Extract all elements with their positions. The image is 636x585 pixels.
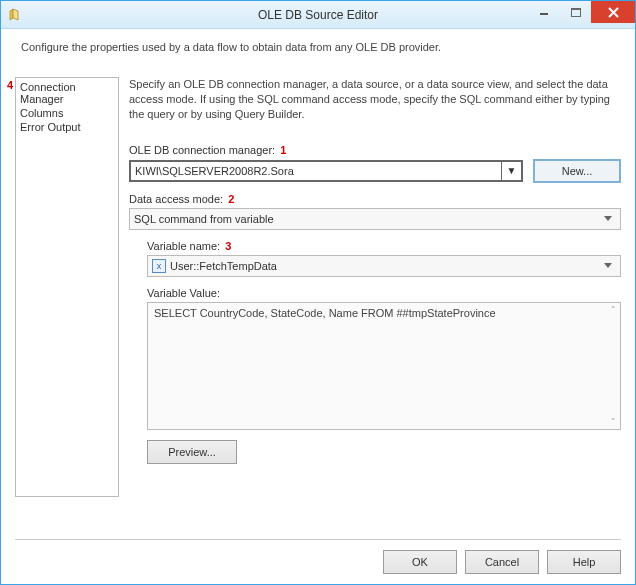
content-area: Configure the properties used by a data … bbox=[1, 29, 635, 584]
window-buttons bbox=[527, 1, 635, 28]
access-mode-value: SQL command from variable bbox=[134, 213, 274, 225]
preview-button[interactable]: Preview... bbox=[147, 440, 237, 464]
annotation-2: 2 bbox=[228, 193, 234, 205]
chevron-down-icon: ▼ bbox=[501, 162, 521, 180]
close-button[interactable] bbox=[591, 1, 635, 23]
new-button-label: New... bbox=[562, 165, 593, 177]
dialog-footer: OK Cancel Help bbox=[15, 539, 621, 574]
ok-label: OK bbox=[412, 556, 428, 568]
connection-value: KIWI\SQLSERVER2008R2.Sora bbox=[135, 165, 294, 177]
window-frame: OLE DB Source Editor Configure the prope… bbox=[0, 0, 636, 585]
variable-name-value: User::FetchTempData bbox=[170, 260, 277, 272]
variable-name-label-text: Variable name: bbox=[147, 240, 220, 252]
variable-value-text: SELECT CountryCode, StateCode, Name FROM… bbox=[154, 307, 496, 319]
variable-name-label: Variable name: 3 bbox=[147, 240, 621, 252]
minimize-button[interactable] bbox=[527, 1, 561, 23]
annotation-4: 4 bbox=[7, 79, 13, 91]
variable-group: Variable name: 3 x User::FetchTempData bbox=[129, 240, 621, 464]
access-mode-label-text: Data access mode: bbox=[129, 193, 223, 205]
new-connection-button[interactable]: New... bbox=[533, 159, 621, 183]
intro-text: Configure the properties used by a data … bbox=[15, 39, 621, 77]
variable-name-row: Variable name: 3 x User::FetchTempData bbox=[147, 240, 621, 277]
app-icon bbox=[7, 7, 23, 23]
page-list[interactable]: Connection Manager Columns Error Output bbox=[15, 77, 119, 497]
connection-row: OLE DB connection manager: 1 KIWI\SQLSER… bbox=[129, 144, 621, 183]
variable-icon: x bbox=[152, 259, 166, 273]
access-mode-label: Data access mode: 2 bbox=[129, 193, 621, 205]
panel-description: Specify an OLE DB connection manager, a … bbox=[129, 77, 621, 122]
variable-value-label: Variable Value: bbox=[147, 287, 621, 299]
chevron-down-icon bbox=[600, 211, 616, 227]
page-connection-manager[interactable]: Connection Manager bbox=[18, 80, 116, 106]
scroll-down-icon[interactable]: ˅ bbox=[611, 417, 616, 427]
panel: Specify an OLE DB connection manager, a … bbox=[129, 77, 621, 535]
help-button[interactable]: Help bbox=[547, 550, 621, 574]
titlebar[interactable]: OLE DB Source Editor bbox=[1, 1, 635, 29]
help-label: Help bbox=[573, 556, 596, 568]
cancel-label: Cancel bbox=[485, 556, 519, 568]
maximize-button[interactable] bbox=[561, 1, 591, 23]
access-mode-row: Data access mode: 2 SQL command from var… bbox=[129, 193, 621, 230]
preview-button-label: Preview... bbox=[168, 446, 216, 458]
main-row: 4 Connection Manager Columns Error Outpu… bbox=[15, 77, 621, 535]
connection-dropdown[interactable]: KIWI\SQLSERVER2008R2.Sora ▼ bbox=[129, 160, 523, 182]
annotation-3: 3 bbox=[225, 240, 231, 252]
chevron-down-icon bbox=[600, 258, 616, 274]
scroll-up-icon[interactable]: ˄ bbox=[611, 305, 616, 315]
variable-value-row: Variable Value: SELECT CountryCode, Stat… bbox=[147, 287, 621, 430]
variable-name-dropdown[interactable]: x User::FetchTempData bbox=[147, 255, 621, 277]
connection-label: OLE DB connection manager: 1 bbox=[129, 144, 621, 156]
cancel-button[interactable]: Cancel bbox=[465, 550, 539, 574]
annotation-1: 1 bbox=[280, 144, 286, 156]
page-error-output[interactable]: Error Output bbox=[18, 120, 116, 134]
access-mode-dropdown[interactable]: SQL command from variable bbox=[129, 208, 621, 230]
ok-button[interactable]: OK bbox=[383, 550, 457, 574]
connection-label-text: OLE DB connection manager: bbox=[129, 144, 275, 156]
variable-value-textarea[interactable]: SELECT CountryCode, StateCode, Name FROM… bbox=[147, 302, 621, 430]
page-columns[interactable]: Columns bbox=[18, 106, 116, 120]
